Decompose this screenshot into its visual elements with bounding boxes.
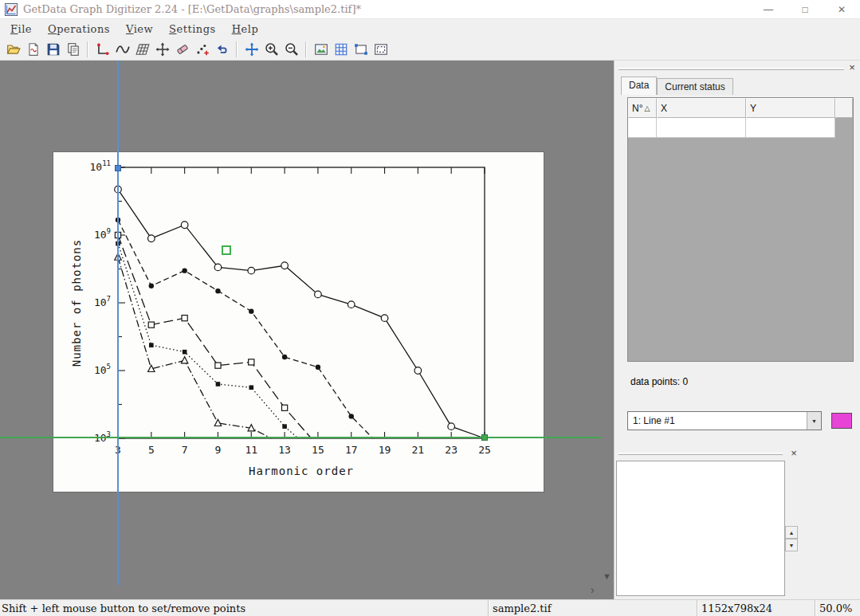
- svg-text:Harmonic order: Harmonic order: [249, 465, 354, 477]
- line-selector-combobox[interactable]: 1: Line #1 ▼: [627, 411, 822, 430]
- panel-grip[interactable]: [618, 68, 844, 70]
- auto-trace-button[interactable]: [192, 40, 212, 59]
- move-points-button[interactable]: [152, 40, 172, 59]
- digitize-curve-button[interactable]: [112, 40, 132, 59]
- digitize-area-icon: [135, 42, 150, 57]
- tab-current-status[interactable]: Current status: [657, 78, 732, 95]
- column-x-label: X: [661, 103, 667, 114]
- open-project-button[interactable]: [23, 40, 43, 59]
- x-axis-calibration-line[interactable]: [117, 61, 119, 585]
- minimize-button[interactable]: —: [750, 0, 787, 18]
- axis-point-handle-green[interactable]: [481, 434, 488, 441]
- status-hint: Shift + left mouse button to set/remove …: [0, 600, 488, 616]
- zoom-in-button[interactable]: [261, 40, 281, 59]
- app-icon: [5, 3, 18, 16]
- digitize-cursor-marker: [222, 245, 231, 255]
- scroll-down-icon[interactable]: ▼: [785, 539, 798, 551]
- open-button[interactable]: [3, 40, 23, 59]
- y-axis-calibration-line[interactable]: [0, 437, 601, 438]
- line-color-swatch[interactable]: [831, 413, 852, 429]
- save-button[interactable]: [43, 40, 63, 59]
- digitize-curve-icon: [116, 42, 130, 57]
- scroll-down-icon[interactable]: ▼: [603, 571, 611, 581]
- menu-view[interactable]: View: [118, 21, 161, 37]
- scroll-right-icon[interactable]: ›: [591, 585, 595, 594]
- tab-data[interactable]: Data: [621, 77, 657, 95]
- line-selector-value: 1: Line #1: [628, 412, 807, 430]
- maximize-button[interactable]: □: [787, 0, 823, 18]
- svg-text:1011: 1011: [90, 159, 112, 173]
- status-file-name: sample2.tif: [488, 600, 697, 616]
- image-frame-button[interactable]: [371, 40, 391, 59]
- close-button[interactable]: ✕: [823, 0, 860, 18]
- data-table: N° △ X Y: [627, 97, 854, 362]
- axes-setup-icon: [96, 42, 110, 57]
- image-points-button[interactable]: [351, 40, 371, 59]
- undo-icon: [215, 42, 230, 57]
- open-icon: [6, 42, 21, 57]
- cell-x[interactable]: [657, 118, 746, 138]
- menu-bar: File Operations View Settings Help: [0, 19, 860, 38]
- preview-panel[interactable]: [616, 461, 785, 596]
- svg-text:17: 17: [345, 444, 358, 456]
- column-y-label: Y: [750, 103, 756, 114]
- preview-panel-close-icon[interactable]: ×: [788, 449, 799, 460]
- canvas-workarea[interactable]: 101110910710510335791113151719212325Harm…: [0, 61, 614, 599]
- svg-text:Number of photons: Number of photons: [70, 239, 83, 367]
- table-row[interactable]: [628, 118, 853, 138]
- move-points-icon: [155, 42, 170, 57]
- chevron-down-icon: ▼: [811, 418, 817, 424]
- svg-text:25: 25: [478, 444, 491, 456]
- svg-text:7: 7: [182, 444, 188, 456]
- show-grid-button[interactable]: [331, 40, 351, 59]
- svg-text:11: 11: [245, 444, 257, 456]
- zoom-out-button[interactable]: [281, 40, 301, 59]
- svg-text:109: 109: [94, 227, 111, 241]
- zoom-in-icon: [265, 42, 279, 57]
- svg-text:107: 107: [94, 295, 111, 308]
- zoom-out-icon: [285, 42, 299, 57]
- axes-setup-button[interactable]: [92, 40, 112, 59]
- menu-settings[interactable]: Settings: [161, 21, 224, 37]
- image-points-icon: [354, 42, 368, 57]
- copy-button[interactable]: [63, 40, 83, 59]
- menu-file[interactable]: File: [2, 21, 40, 37]
- svg-text:5: 5: [148, 444, 155, 456]
- undo-button[interactable]: [212, 40, 232, 59]
- panel-tabs: Data Current status: [621, 77, 733, 95]
- column-number-label: N°: [632, 103, 642, 114]
- axis-point-handle-blue[interactable]: [115, 165, 121, 171]
- cell-y[interactable]: [746, 118, 835, 138]
- svg-text:13: 13: [278, 444, 291, 456]
- toolbar: [0, 38, 860, 61]
- svg-text:19: 19: [379, 444, 391, 456]
- graph-image[interactable]: 101110910710510335791113151719212325Harm…: [53, 152, 544, 492]
- combobox-dropdown-button[interactable]: ▼: [807, 412, 821, 430]
- data-points-count: data points: 0: [630, 376, 688, 387]
- panel-close-icon[interactable]: ×: [846, 63, 858, 74]
- grid-icon: [334, 42, 348, 57]
- show-image-button[interactable]: [311, 40, 331, 59]
- svg-text:105: 105: [94, 363, 111, 376]
- menu-help[interactable]: Help: [224, 21, 267, 37]
- eraser-button[interactable]: [172, 40, 192, 59]
- table-header: N° △ X Y: [628, 98, 853, 118]
- status-image-size: 1152x798x24: [697, 600, 815, 616]
- cell-number[interactable]: [628, 118, 657, 138]
- column-header-y[interactable]: Y: [746, 98, 835, 118]
- toolbar-separator: [87, 41, 88, 57]
- window-title: GetData Graph Digitizer 2.24 - [E:\GetDa…: [23, 3, 361, 15]
- scroll-up-icon[interactable]: ▲: [785, 526, 798, 539]
- column-header-x[interactable]: X: [657, 98, 746, 118]
- status-bar: Shift + left mouse button to set/remove …: [0, 599, 860, 616]
- open-project-icon: [26, 42, 41, 57]
- column-header-number[interactable]: N° △: [628, 98, 657, 118]
- pan-button[interactable]: [242, 40, 261, 59]
- digitize-area-button[interactable]: [132, 40, 152, 59]
- preview-panel-grip[interactable]: [618, 453, 783, 455]
- sort-indicator-icon: △: [644, 104, 650, 112]
- status-zoom-level: 50.0%: [815, 600, 860, 616]
- menu-operations[interactable]: Operations: [40, 21, 118, 37]
- data-panel: × Data Current status N° △ X Y: [614, 61, 860, 599]
- preview-scrollbar[interactable]: ▲ ▼: [785, 461, 798, 596]
